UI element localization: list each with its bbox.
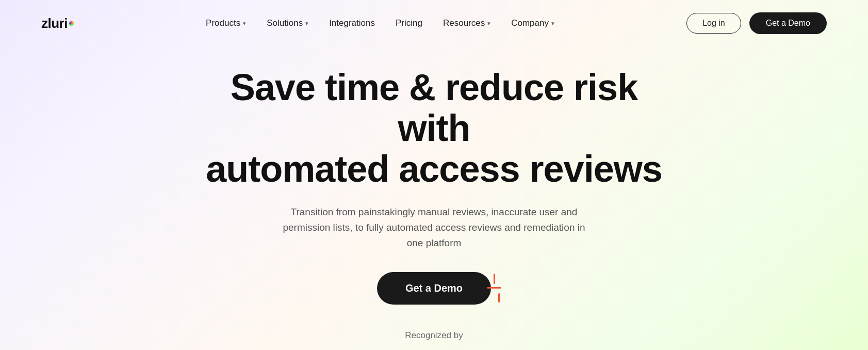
recognition-label: Recognized by	[405, 330, 463, 341]
logo[interactable]: zluri	[41, 15, 74, 31]
navbar: zluri Products ▾ Solutions ▾ Integration…	[0, 0, 868, 46]
cursor-dot	[498, 293, 500, 303]
cursor-line-right	[487, 287, 501, 289]
login-button[interactable]: Log in	[686, 13, 741, 34]
nav-link-company[interactable]: Company ▾	[511, 18, 554, 28]
nav-link-products[interactable]: Products ▾	[206, 18, 246, 28]
nav-link-pricing[interactable]: Pricing	[396, 18, 422, 28]
hero-title: Save time & reduce risk with automated a…	[202, 67, 666, 190]
chevron-down-icon: ▾	[551, 20, 554, 27]
nav-item-solutions[interactable]: Solutions ▾	[267, 18, 308, 28]
cta-wrapper: Get a Demo	[377, 272, 491, 305]
nav-item-products[interactable]: Products ▾	[206, 18, 246, 28]
chevron-down-icon: ▾	[487, 20, 490, 27]
recognition-section: Recognized by Gartner. Forrester GIGAOM	[320, 330, 548, 350]
nav-links: Products ▾ Solutions ▾ Integrations Pric…	[206, 18, 554, 28]
nav-item-integrations[interactable]: Integrations	[329, 18, 375, 28]
nav-link-solutions[interactable]: Solutions ▾	[267, 18, 308, 28]
hero-section: Save time & reduce risk with automated a…	[0, 46, 868, 350]
logo-dot	[69, 21, 74, 26]
nav-link-integrations[interactable]: Integrations	[329, 18, 375, 28]
nav-link-resources[interactable]: Resources ▾	[443, 18, 490, 28]
chevron-down-icon: ▾	[305, 20, 308, 27]
nav-item-resources[interactable]: Resources ▾	[443, 18, 490, 28]
nav-item-pricing[interactable]: Pricing	[396, 18, 422, 28]
nav-item-company[interactable]: Company ▾	[511, 18, 554, 28]
cursor-line-top	[494, 274, 495, 284]
hero-subtitle: Transition from painstakingly manual rev…	[274, 204, 594, 251]
chevron-down-icon: ▾	[243, 20, 246, 27]
get-demo-hero-button[interactable]: Get a Demo	[377, 272, 491, 305]
get-demo-nav-button[interactable]: Get a Demo	[749, 12, 827, 34]
logo-text: zluri	[41, 15, 68, 31]
nav-actions: Log in Get a Demo	[686, 12, 827, 34]
